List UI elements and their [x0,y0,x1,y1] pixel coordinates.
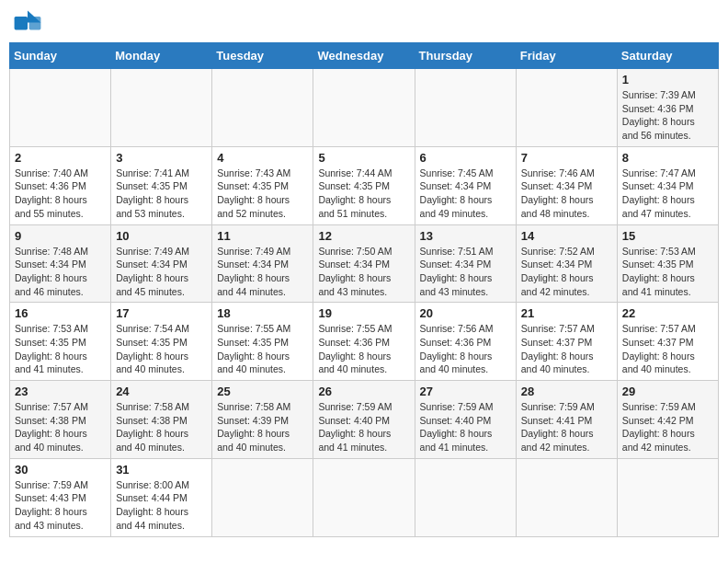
day-number: 26 [318,385,409,398]
day-detail: Sunrise: 7:48 AMSunset: 4:34 PMDaylight:… [15,246,88,297]
day-cell-7: 7 Sunrise: 7:46 AMSunset: 4:34 PMDayligh… [516,146,617,224]
day-number: 6 [420,151,511,165]
empty-cell [415,69,516,147]
day-detail: Sunrise: 7:46 AMSunset: 4:34 PMDaylight:… [521,167,595,219]
day-cell-13: 13 Sunrise: 7:51 AMSunset: 4:34 PMDaylig… [415,224,516,303]
day-cell-16: 16 Sunrise: 7:53 AMSunset: 4:35 PMDaylig… [10,303,111,381]
day-detail: Sunrise: 7:59 AMSunset: 4:43 PMDaylight:… [15,479,88,531]
day-detail: Sunrise: 7:58 AMSunset: 4:38 PMDaylight:… [116,401,189,453]
day-number: 20 [420,306,511,320]
day-number: 29 [622,385,713,398]
day-cell-11: 11 Sunrise: 7:49 AMSunset: 4:34 PMDaylig… [212,224,313,303]
day-number: 12 [318,229,409,243]
day-cell-3: 3 Sunrise: 7:41 AMSunset: 4:35 PMDayligh… [111,146,212,224]
calendar-table: SundayMondayTuesdayWednesdayThursdayFrid… [9,42,719,537]
column-header-monday: Monday [111,43,212,69]
day-detail: Sunrise: 7:52 AMSunset: 4:34 PMDaylight:… [521,246,595,297]
day-cell-8: 8 Sunrise: 7:47 AMSunset: 4:34 PMDayligh… [617,146,718,224]
day-cell-26: 26 Sunrise: 7:59 AMSunset: 4:40 PMDaylig… [313,381,415,459]
day-detail: Sunrise: 8:00 AMSunset: 4:44 PMDaylight:… [116,479,189,531]
day-number: 23 [15,385,106,398]
day-cell-31: 31 Sunrise: 8:00 AMSunset: 4:44 PMDaylig… [111,458,212,536]
day-detail: Sunrise: 7:40 AMSunset: 4:36 PMDaylight:… [15,167,88,219]
day-detail: Sunrise: 7:44 AMSunset: 4:35 PMDaylight:… [318,167,392,219]
day-detail: Sunrise: 7:59 AMSunset: 4:41 PMDaylight:… [521,401,595,453]
day-cell-29: 29 Sunrise: 7:59 AMSunset: 4:42 PMDaylig… [617,381,718,459]
day-number: 7 [521,151,612,165]
column-header-tuesday: Tuesday [212,43,313,69]
column-header-thursday: Thursday [415,43,516,69]
calendar-week-1: 1 Sunrise: 7:39 AMSunset: 4:36 PMDayligh… [10,69,719,147]
column-header-friday: Friday [516,43,617,69]
column-header-wednesday: Wednesday [313,43,415,69]
day-detail: Sunrise: 7:57 AMSunset: 4:38 PMDaylight:… [15,401,88,453]
day-detail: Sunrise: 7:59 AMSunset: 4:42 PMDaylight:… [622,401,696,453]
svg-rect-2 [29,17,41,29]
empty-cell [212,458,313,536]
svg-rect-0 [15,17,28,29]
day-number: 4 [217,151,308,165]
day-cell-14: 14 Sunrise: 7:52 AMSunset: 4:34 PMDaylig… [516,224,617,303]
empty-cell [617,458,718,536]
calendar-week-5: 23 Sunrise: 7:57 AMSunset: 4:38 PMDaylig… [10,381,719,459]
day-number: 13 [420,229,511,243]
day-number: 27 [420,385,511,398]
day-number: 9 [15,229,106,243]
day-cell-12: 12 Sunrise: 7:50 AMSunset: 4:34 PMDaylig… [313,224,415,303]
day-detail: Sunrise: 7:53 AMSunset: 4:35 PMDaylight:… [15,323,88,374]
day-number: 10 [116,229,207,243]
day-cell-21: 21 Sunrise: 7:57 AMSunset: 4:37 PMDaylig… [516,303,617,381]
day-number: 21 [521,306,612,320]
column-header-sunday: Sunday [10,43,111,69]
header-row: SundayMondayTuesdayWednesdayThursdayFrid… [10,43,719,69]
day-number: 11 [217,229,308,243]
logo-icon [13,9,42,35]
day-number: 2 [15,151,106,165]
day-number: 1 [622,73,713,86]
day-detail: Sunrise: 7:59 AMSunset: 4:40 PMDaylight:… [420,401,494,453]
page-header [9,9,719,35]
day-cell-9: 9 Sunrise: 7:48 AMSunset: 4:34 PMDayligh… [10,224,111,303]
day-detail: Sunrise: 7:51 AMSunset: 4:34 PMDaylight:… [420,246,494,297]
day-cell-15: 15 Sunrise: 7:53 AMSunset: 4:35 PMDaylig… [617,224,718,303]
day-cell-6: 6 Sunrise: 7:45 AMSunset: 4:34 PMDayligh… [415,146,516,224]
day-cell-20: 20 Sunrise: 7:56 AMSunset: 4:36 PMDaylig… [415,303,516,381]
empty-cell [313,458,415,536]
calendar-week-6: 30 Sunrise: 7:59 AMSunset: 4:43 PMDaylig… [10,458,719,536]
day-detail: Sunrise: 7:56 AMSunset: 4:36 PMDaylight:… [420,323,494,374]
day-cell-30: 30 Sunrise: 7:59 AMSunset: 4:43 PMDaylig… [10,458,111,536]
empty-cell [111,69,212,147]
day-detail: Sunrise: 7:57 AMSunset: 4:37 PMDaylight:… [622,323,696,374]
day-cell-22: 22 Sunrise: 7:57 AMSunset: 4:37 PMDaylig… [617,303,718,381]
day-detail: Sunrise: 7:58 AMSunset: 4:39 PMDaylight:… [217,401,290,453]
day-detail: Sunrise: 7:47 AMSunset: 4:34 PMDaylight:… [622,167,696,219]
day-cell-17: 17 Sunrise: 7:54 AMSunset: 4:35 PMDaylig… [111,303,212,381]
day-detail: Sunrise: 7:45 AMSunset: 4:34 PMDaylight:… [420,167,494,219]
day-number: 31 [116,463,207,477]
day-detail: Sunrise: 7:41 AMSunset: 4:35 PMDaylight:… [116,167,189,219]
empty-cell [313,69,415,147]
calendar-week-4: 16 Sunrise: 7:53 AMSunset: 4:35 PMDaylig… [10,303,719,381]
day-cell-19: 19 Sunrise: 7:55 AMSunset: 4:36 PMDaylig… [313,303,415,381]
day-number: 8 [622,151,713,165]
day-cell-28: 28 Sunrise: 7:59 AMSunset: 4:41 PMDaylig… [516,381,617,459]
day-cell-10: 10 Sunrise: 7:49 AMSunset: 4:34 PMDaylig… [111,224,212,303]
empty-cell [516,69,617,147]
day-detail: Sunrise: 7:55 AMSunset: 4:35 PMDaylight:… [217,323,290,374]
day-detail: Sunrise: 7:59 AMSunset: 4:40 PMDaylight:… [318,401,392,453]
logo [13,9,46,35]
day-detail: Sunrise: 7:43 AMSunset: 4:35 PMDaylight:… [217,167,290,219]
empty-cell [516,458,617,536]
day-number: 30 [15,463,106,477]
day-detail: Sunrise: 7:55 AMSunset: 4:36 PMDaylight:… [318,323,392,374]
calendar-week-2: 2 Sunrise: 7:40 AMSunset: 4:36 PMDayligh… [10,146,719,224]
day-number: 17 [116,306,207,320]
day-detail: Sunrise: 7:39 AMSunset: 4:36 PMDaylight:… [622,89,696,141]
empty-cell [415,458,516,536]
day-number: 24 [116,385,207,398]
day-detail: Sunrise: 7:49 AMSunset: 4:34 PMDaylight:… [217,246,290,297]
day-number: 19 [318,306,409,320]
day-number: 14 [521,229,612,243]
day-number: 18 [217,306,308,320]
day-cell-24: 24 Sunrise: 7:58 AMSunset: 4:38 PMDaylig… [111,381,212,459]
